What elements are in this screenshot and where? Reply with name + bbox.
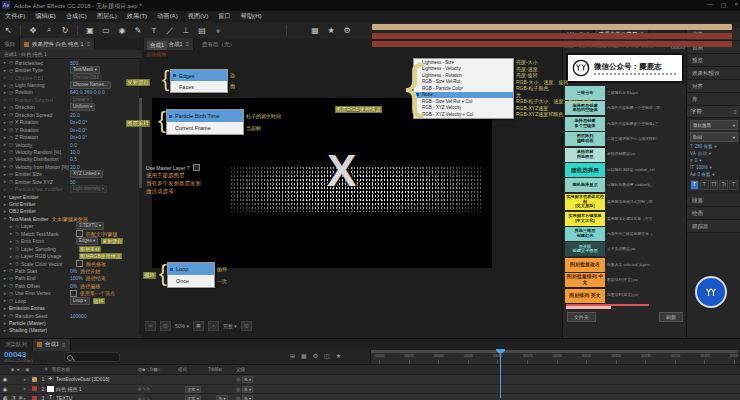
panel-menu-icon[interactable]: ≡ <box>87 41 91 47</box>
effect-param-dropdown[interactable]: Edges ▾ <box>76 237 98 245</box>
timeline-toggle-icon[interactable]: ▣ <box>19 395 23 400</box>
viewer-none-label[interactable]: 查看器（无） <box>194 41 243 48</box>
effect-row[interactable]: ►◷Position SubpixelLinear ▾ <box>0 96 142 103</box>
effect-param-value[interactable]: 0.5 <box>70 156 77 162</box>
playhead-line[interactable] <box>500 349 501 398</box>
effect-param-value[interactable]: 100% <box>70 275 83 281</box>
effect-row[interactable]: ►◷Scale Color Vector颜色修改 <box>0 260 142 267</box>
effect-row[interactable]: ►◷Random Seed100000 <box>0 312 142 319</box>
layer-name[interactable]: TextEvolveDust [3D016] <box>56 376 138 382</box>
script-button[interactable]: 图层排列 英文 <box>565 289 605 303</box>
effect-param-value[interactable]: 50 <box>70 179 76 185</box>
effect-row[interactable]: ►Grid Emitter <box>0 200 142 207</box>
effect-row[interactable]: ▼Text/Mask Emitter文本/蒙版发射器 <box>0 215 142 222</box>
menu-item[interactable]: 窗口 <box>213 12 235 21</box>
mode-dropdown[interactable]: 正常 ▾ <box>185 395 201 400</box>
layer-name[interactable]: 白色 纯色 1 <box>56 386 138 392</box>
tab-comp-timeline[interactable]: 合成1 ≡ <box>32 339 71 351</box>
character-control-value[interactable]: 0 <box>695 158 698 163</box>
tool-icon[interactable]: T <box>146 26 162 35</box>
effect-param-dropdown[interactable]: Linear ▾ <box>70 96 92 104</box>
effect-row[interactable]: ►◷Choose OBJChoose OBJ <box>0 74 142 81</box>
script-button[interactable]: 层关联 创建父子图层 <box>565 242 605 256</box>
character-control-row[interactable]: ≡0▾ <box>690 158 738 163</box>
expand-arrow-icon[interactable]: ► <box>20 386 30 391</box>
trkmat-column[interactable]: 无 ▾ <box>208 395 236 400</box>
layer-switches[interactable]: ◍ ○ ＼ <box>138 396 178 400</box>
effect-row[interactable]: ►◷Light NamingChoose Names... <box>0 81 142 88</box>
effect-param-button[interactable]: Choose OBJ <box>70 74 102 82</box>
effect-param-value[interactable]: 0x+0.0° <box>70 134 87 140</box>
effect-row[interactable]: ►◷Velocity0.0 <box>0 141 142 148</box>
character-control-row[interactable]: Aa0 像素▾ <box>690 172 738 177</box>
script-button[interactable]: 图层批量排列 中文 <box>565 273 605 287</box>
timeline-icon[interactable]: ★ <box>336 352 341 359</box>
layer-row[interactable]: ◉►2■白色 纯色 1◍ ＼fx正常 ▾◎ 无 ▾ <box>0 385 740 395</box>
effect-row[interactable]: ►◷Velocity Random [%]10.0 <box>0 148 142 155</box>
tool-icon[interactable]: ↻ <box>57 26 73 35</box>
popup-option[interactable]: Faces <box>171 81 227 92</box>
viewer-icon[interactable]: ▭ <box>145 321 156 331</box>
layer-row[interactable]: ◉►1✛TextEvolveDust [3D016]-◎ 无 ▾ <box>0 375 740 385</box>
effect-row[interactable]: ►Layer Emitter <box>0 193 142 200</box>
popup-option[interactable]: Loop <box>168 263 214 275</box>
trkmat-dropdown[interactable]: 无 ▾ <box>216 395 227 400</box>
menu-item[interactable]: 图层(L) <box>92 12 122 21</box>
effect-row[interactable]: ►◷Layer3.TEXTU ▾ <box>0 223 142 230</box>
effect-param-value[interactable]: 10.0 <box>70 149 80 155</box>
folder-button[interactable]: 文件夹 <box>567 312 596 322</box>
pickwhip-icon[interactable]: ◎ <box>236 376 242 382</box>
script-button[interactable]: 图层批量改名 <box>565 258 605 272</box>
panel-menu-icon[interactable]: ≡ <box>62 342 66 348</box>
tool-icon[interactable]: ⊥ <box>178 26 194 35</box>
effect-row[interactable]: ►◷Path Start0%路径开始 <box>0 267 142 274</box>
timeline-icon[interactable]: ◫ <box>324 352 330 359</box>
tool-icon[interactable]: ✥ <box>25 26 41 35</box>
layer-color-label[interactable] <box>32 386 37 391</box>
layer-switches[interactable]: - <box>138 377 178 382</box>
effect-row[interactable]: ►◷Particles/sec modifierLight intensity … <box>0 185 142 192</box>
character-control-value[interactable]: 0 像素 <box>698 172 711 177</box>
timeline-search-input[interactable] <box>64 352 120 362</box>
viewer-icon[interactable]: ◱ <box>241 321 252 331</box>
effect-row[interactable]: ►◷Path Offset0%路径偏移 <box>0 282 142 289</box>
viewer-icon[interactable]: ◫ <box>160 321 171 331</box>
effect-param-value[interactable]: 500 <box>70 60 78 66</box>
viewer-icon[interactable]: ⌖ <box>208 321 219 331</box>
effect-param-value[interactable]: 640.0,360.0,0.0 <box>70 89 105 95</box>
layer-name[interactable]: TEXTU <box>56 395 138 400</box>
effect-row[interactable]: ►◷Use First Vertex使用第一个顶点 <box>0 290 142 297</box>
parent-dropdown[interactable]: 无 ▾ <box>242 386 253 393</box>
maximize-button[interactable]: ▢ <box>721 1 727 8</box>
effect-row[interactable]: ►◷Match Text/Mask匹配文字/蒙版 <box>0 230 142 237</box>
effect-row[interactable]: ►◷Emit FromEdges ▾发射源自 <box>0 238 142 245</box>
right-panel-tab[interactable]: 预览 <box>687 54 740 67</box>
toolbar-right-icon[interactable]: ⚙ <box>339 26 355 35</box>
effect-param-checkbox[interactable] <box>76 260 83 267</box>
character-control-row[interactable]: VA自动▾ <box>690 151 738 156</box>
comp-breadcrumb[interactable]: 合成1 <box>147 41 167 50</box>
effect-param-button[interactable]: Choose Names... <box>70 81 111 89</box>
character-panel-header[interactable]: 字符 ≡ <box>687 106 740 118</box>
effect-row[interactable]: ►◷DirectionUniform ▾ <box>0 104 142 111</box>
character-toggle[interactable]: T <box>700 180 709 190</box>
effect-row[interactable]: ►◷Emitter SizeXYZ Linked ▾ <box>0 171 142 178</box>
tool-icon[interactable]: ▭ <box>98 26 114 35</box>
effect-param-value[interactable]: 0x+0.0° <box>70 127 87 133</box>
refresh-button[interactable]: 刷新 <box>659 312 683 322</box>
effect-row[interactable]: ►◷Emitter TypeText/Mask ▾ <box>0 66 142 73</box>
popup-option[interactable]: RGB - XYZ Velocity + Col <box>414 111 513 118</box>
use-master-checkbox[interactable] <box>193 164 200 171</box>
layer-duration-bar[interactable] <box>372 41 732 47</box>
current-time-display[interactable]: 00043 <box>4 350 26 359</box>
toolbar-right-icon[interactable]: ★ <box>323 26 339 35</box>
effect-row[interactable]: ►Shading (Master) <box>0 327 142 334</box>
layer-color-label[interactable] <box>32 396 37 400</box>
character-toggle[interactable]: T <box>729 180 738 190</box>
work-area-bar[interactable] <box>371 350 738 353</box>
right-panel-tab[interactable]: 绘画 <box>687 207 740 220</box>
parent-column[interactable]: ◎ 无 ▾ <box>236 386 292 393</box>
layer-row[interactable]: ◉►3TTEXTU◍ ○ ＼正常 ▾无 ▾◎ 无 ▾ <box>0 394 740 400</box>
layer-duration-bar[interactable] <box>372 33 732 39</box>
character-control-row[interactable]: IT100%▾ <box>690 165 738 170</box>
